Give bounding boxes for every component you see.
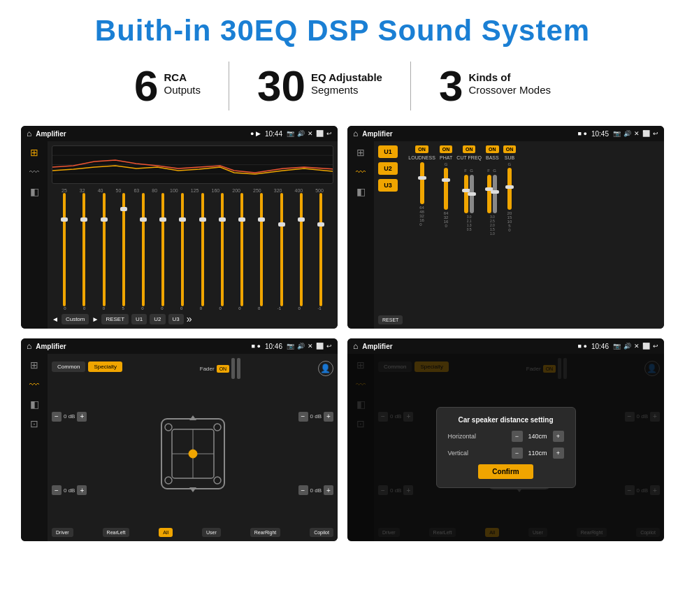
eq-slider-11[interactable] <box>252 193 271 306</box>
fader-user-btn[interactable]: User <box>202 528 221 537</box>
dialog-horizontal-minus[interactable]: − <box>512 431 523 442</box>
cutfreq-on-btn[interactable]: ON <box>463 145 476 153</box>
sub-on-btn[interactable]: ON <box>503 145 517 153</box>
eq-content: ⊞ 〰 ◧ <box>21 141 338 329</box>
crossover-u2-btn[interactable]: U2 <box>378 162 398 175</box>
fader-sidebar-icon-2[interactable]: 〰 <box>29 379 39 390</box>
fader-tr-minus[interactable]: − <box>298 412 308 422</box>
dialog-vertical-plus[interactable]: + <box>553 447 564 459</box>
stat-rca: 6 RCA Outputs <box>106 64 229 108</box>
crossover-sidebar-icon-1[interactable]: ⊞ <box>356 147 365 158</box>
freq-25: 25 <box>62 188 67 193</box>
fader-tabs: Common Specialty <box>52 361 122 372</box>
confirm-button[interactable]: Confirm <box>478 464 533 479</box>
eq-slider-7[interactable] <box>173 193 192 306</box>
crossover-dot: ■ ● <box>578 130 587 137</box>
phat-vert-slider[interactable] <box>444 168 448 210</box>
fader-all-btn[interactable]: All <box>159 528 173 537</box>
dialog-vertical-minus[interactable]: − <box>512 447 523 459</box>
svg-point-8 <box>165 424 172 431</box>
fader-tl-minus[interactable]: − <box>52 412 62 422</box>
bass-on-btn[interactable]: ON <box>486 145 499 153</box>
home-icon[interactable]: ⌂ <box>27 129 31 138</box>
fader-sidebar-icon-4[interactable]: ⊡ <box>30 418 38 429</box>
fader-home-icon[interactable]: ⌂ <box>27 341 31 351</box>
phat-g-label: G <box>445 162 448 166</box>
back-icon[interactable]: ↩ <box>326 130 332 137</box>
dialog-home-icon[interactable]: ⌂ <box>353 341 358 351</box>
eq-slider-14[interactable] <box>312 193 330 306</box>
eq-u1-btn[interactable]: U1 <box>131 314 147 324</box>
dialog-title-text: Car speaker distance setting <box>448 416 564 424</box>
dialog-back-icon[interactable]: ↩ <box>653 343 658 350</box>
eq-reset-btn[interactable]: RESET <box>101 314 129 324</box>
loudness-on-btn[interactable]: ON <box>415 145 428 153</box>
fader-copilot-btn[interactable]: Copilot <box>310 528 333 537</box>
eq-slider-9[interactable] <box>213 193 231 306</box>
eq-u3-btn[interactable]: U3 <box>168 314 184 324</box>
eq-slider-2[interactable] <box>75 193 93 306</box>
loudness-scale: 644832160 <box>419 206 424 227</box>
eq-sidebar-icon-2[interactable]: 〰 <box>29 166 39 178</box>
svg-marker-13 <box>189 487 196 492</box>
eq-slider-8[interactable] <box>194 193 212 306</box>
eq-sidebar-icon-3[interactable]: ◧ <box>30 186 39 197</box>
dialog-horizontal-plus[interactable]: + <box>553 431 564 442</box>
bass-f-slider[interactable] <box>487 175 491 213</box>
crossover-back-icon[interactable]: ↩ <box>653 130 658 137</box>
sub-vert-slider[interactable] <box>507 168 512 210</box>
eq-slider-13[interactable] <box>292 193 310 306</box>
fader-tab-specialty[interactable]: Specialty <box>88 361 122 372</box>
crossover-sidebar-icon-2[interactable]: 〰 <box>356 166 366 178</box>
fader-rearleft-btn[interactable]: RearLeft <box>103 528 130 537</box>
stat-eq: 30 EQ Adjustable Segments <box>229 64 410 108</box>
crossover-sidebar-icon-3[interactable]: ◧ <box>356 186 366 197</box>
eq-more-icon[interactable]: » <box>187 313 192 324</box>
fader-br-plus[interactable]: + <box>324 485 333 495</box>
sub-name: SUB <box>505 155 514 160</box>
page-title: Buith-in 30EQ DSP Sound System <box>21 14 664 48</box>
freq-160: 160 <box>212 188 220 193</box>
eq-prev-icon[interactable]: ◄ <box>52 315 59 323</box>
fader-br-minus[interactable]: − <box>298 485 308 495</box>
window-icon: ⬜ <box>316 130 324 137</box>
fader-tl-plus[interactable]: + <box>77 412 87 422</box>
fader-bl-plus[interactable]: + <box>77 485 87 495</box>
eq-slider-5[interactable] <box>134 193 152 306</box>
fader-on-btn[interactable]: ON <box>217 365 230 373</box>
cutfreq-g-slider[interactable] <box>470 175 474 213</box>
stat-rca-label: RCA Outputs <box>164 64 201 96</box>
eq-slider-6[interactable] <box>154 193 172 306</box>
screenshots-grid: ⌂ Amplifier ● ▶ 10:44 📷 🔊 ✕ ⬜ ↩ ⊞ 〰 ◧ <box>21 126 664 541</box>
eq-slider-3[interactable] <box>94 193 113 306</box>
fader-tl-db: − 0 dB + <box>52 412 87 422</box>
fader-tr-plus[interactable]: + <box>324 412 333 422</box>
fader-sidebar-icon-3[interactable]: ◧ <box>30 399 39 410</box>
eq-slider-1[interactable] <box>55 193 73 306</box>
eq-next-icon[interactable]: ► <box>92 315 99 323</box>
fader-status-icons: 📷 🔊 ✕ ⬜ ↩ <box>287 343 332 350</box>
eq-freq-labels: 25 32 40 50 63 80 100 125 160 200 250 32… <box>52 188 333 193</box>
phat-on-btn[interactable]: ON <box>440 145 453 153</box>
eq-u2-btn[interactable]: U2 <box>150 314 165 324</box>
crossover-reset-btn[interactable]: RESET <box>378 315 403 324</box>
eq-slider-12[interactable] <box>272 193 290 306</box>
fader-tr-db: − 0 dB + <box>298 412 333 422</box>
fader-rearright-btn[interactable]: RearRight <box>250 528 281 537</box>
fader-bl-minus[interactable]: − <box>52 485 62 495</box>
channel-phat: ON PHAT G 6432160 <box>440 145 453 324</box>
loudness-vert-slider[interactable] <box>420 162 424 204</box>
fader-driver-btn[interactable]: Driver <box>52 528 73 537</box>
eq-custom-btn[interactable]: Custom <box>62 314 89 324</box>
eq-slider-10[interactable] <box>233 193 251 306</box>
crossover-u3-btn[interactable]: U3 <box>378 179 398 192</box>
fader-back-icon[interactable]: ↩ <box>326 343 332 350</box>
fader-sidebar-icon-1[interactable]: ⊞ <box>30 359 38 371</box>
crossover-volume-icon: 🔊 <box>623 130 631 137</box>
eq-slider-4[interactable] <box>115 193 133 306</box>
bass-g-slider[interactable] <box>493 175 497 213</box>
fader-tab-common[interactable]: Common <box>52 361 85 372</box>
eq-sidebar-icon-1[interactable]: ⊞ <box>30 147 38 158</box>
crossover-u1-btn[interactable]: U1 <box>378 145 398 158</box>
crossover-home-icon[interactable]: ⌂ <box>353 129 358 138</box>
